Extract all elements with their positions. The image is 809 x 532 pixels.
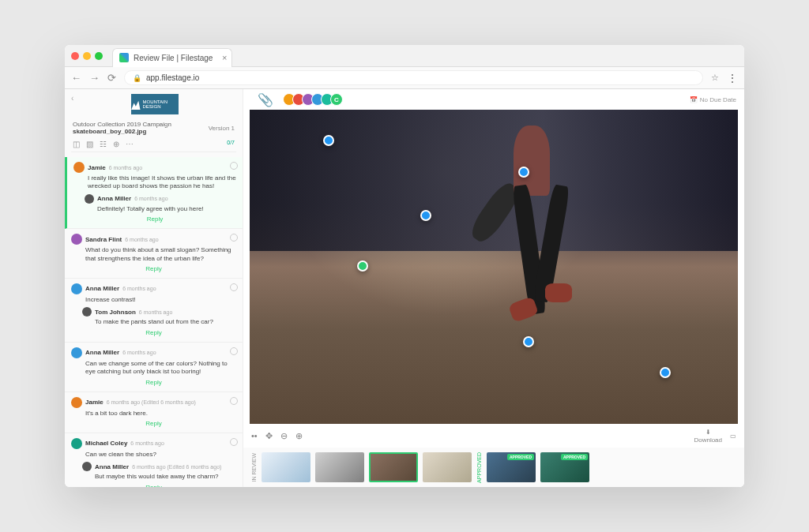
comment-item[interactable]: Anna Miller 6 months ago Can we change s… (65, 343, 243, 392)
comment-item[interactable]: Jamie 6 months ago I really like this im… (65, 157, 243, 229)
reply-body: Definitely! Totally agree with you here! (85, 205, 236, 213)
comment-count: 0/7 (227, 140, 235, 148)
avatar (71, 283, 82, 294)
status-circle-icon[interactable] (230, 234, 238, 242)
browser-menu-icon[interactable]: ⋮ (727, 72, 738, 84)
tool-icon-2[interactable]: ▧ (86, 140, 93, 148)
lock-icon: 🔒 (133, 74, 141, 82)
reply-button[interactable]: Reply (71, 377, 236, 388)
approved-badge: APPROVED (507, 454, 534, 460)
sidebar-toolbar: ◫ ▧ ☷ ⊕ ⋯ 0/7 (71, 137, 236, 152)
bookmark-icon[interactable]: ☆ (711, 73, 719, 83)
comment-item[interactable]: Michael Coley 6 months ago Can we clean … (65, 433, 243, 487)
campaign-name: Outdoor Collection 2019 Campaign (73, 121, 171, 128)
status-circle-icon[interactable] (230, 283, 238, 291)
reply-button[interactable]: Reply (71, 481, 236, 487)
comment-author: Sandra Flint (85, 236, 122, 243)
zoom-in-icon[interactable]: ⊕ (295, 431, 303, 441)
address-bar: ← → ⟳ 🔒 app.filestage.io ☆ ⋮ (65, 67, 744, 89)
avatar (71, 397, 82, 408)
main-toolbar: 📎 C 📅 No Due Date (243, 89, 744, 110)
comment-body: I really like this image! It shows the u… (73, 174, 236, 191)
reply-author: Anna Miller (97, 195, 131, 202)
attach-icon[interactable]: 📎 (251, 89, 280, 111)
comment-reply: Tom Johnson 6 months ago To make the pan… (71, 307, 236, 326)
comment-item[interactable]: Sandra Flint 6 months ago What do you th… (65, 229, 243, 279)
comment-body: Can we change some of the car colors? No… (71, 360, 236, 377)
avatar (73, 162, 85, 173)
url-field[interactable]: 🔒 app.filestage.io (124, 70, 703, 85)
thumbnail-active[interactable] (369, 452, 418, 482)
reply-time: 6 months ago (139, 309, 172, 315)
comment-time: 6 months ago (122, 286, 156, 291)
thumbnail[interactable] (423, 452, 472, 482)
comment-item[interactable]: Jamie 6 months ago (Edited 6 months ago)… (65, 392, 243, 433)
comment-body: Increase contrast! (71, 296, 236, 304)
comment-time: 6 months ago (Edited 6 months ago) (107, 399, 196, 405)
reply-button[interactable]: Reply (71, 263, 236, 275)
canvas-toolbar: •• ✥ ⊖ ⊕ ⬇Download ▭ (243, 424, 744, 448)
close-window-button[interactable] (71, 52, 79, 60)
avatar (82, 307, 92, 317)
annotation-marker-active[interactable] (357, 260, 368, 272)
avatar (71, 438, 82, 449)
browser-window: Review File | Filestage × ← → ⟳ 🔒 app.fi… (65, 45, 744, 487)
thumbnail[interactable]: APPROVED (540, 452, 589, 482)
comment-reply: Anna Miller 6 months ago (Edited 6 month… (71, 462, 236, 481)
tool-icon-3[interactable]: ☷ (100, 140, 107, 148)
chrome-tab-bar: Review File | Filestage × (65, 45, 744, 67)
comment-time: 6 months ago (109, 165, 142, 170)
due-date-button[interactable]: 📅 No Due Date (690, 96, 736, 103)
reviewer-more-badge[interactable]: C (330, 93, 343, 106)
forward-icon[interactable]: → (89, 72, 100, 84)
zoom-out-icon[interactable]: ⊖ (280, 431, 288, 441)
reply-button[interactable]: Reply (71, 327, 236, 339)
comment-body: It's a bit too dark here. (71, 410, 236, 418)
thumbnail[interactable] (315, 452, 364, 482)
tool-icon-4[interactable]: ⊕ (113, 140, 119, 148)
favicon-icon (119, 53, 129, 62)
annotation-marker[interactable] (323, 135, 334, 146)
annotation-marker[interactable] (518, 167, 529, 178)
move-tool-icon[interactable]: ✥ (265, 431, 273, 441)
review-status-label: IN REVIEW (251, 453, 257, 482)
back-icon[interactable]: ← (71, 72, 81, 84)
status-circle-icon[interactable] (230, 397, 238, 405)
brand-logo: MOUNTAIN DESIGN (131, 94, 179, 114)
fullscreen-icon[interactable]: ▭ (730, 433, 736, 440)
tab-title: Review File | Filestage (134, 54, 213, 62)
status-circle-icon[interactable] (230, 162, 238, 170)
version-selector[interactable]: Version 1 (209, 125, 235, 132)
thumbnail[interactable]: APPROVED (487, 452, 536, 482)
url-text: app.filestage.io (146, 73, 199, 82)
approved-status-label: APPROVED (476, 452, 482, 483)
sidebar: ‹ MOUNTAIN DESIGN Outdoor Collection 201… (65, 89, 243, 487)
reload-icon[interactable]: ⟳ (107, 72, 116, 84)
thumbnail[interactable] (262, 452, 310, 482)
annotation-marker[interactable] (523, 336, 534, 347)
status-circle-icon[interactable] (230, 347, 238, 355)
avatar (71, 347, 82, 358)
comment-time: 6 months ago (125, 237, 158, 242)
tool-icon-5[interactable]: ⋯ (126, 140, 134, 148)
reply-button[interactable]: Reply (73, 213, 236, 225)
reply-button[interactable]: Reply (71, 418, 236, 429)
reply-body: But maybe this would take away the charm… (82, 473, 236, 481)
reviewer-avatars[interactable]: C (283, 93, 340, 106)
comment-item[interactable]: Anna Miller 6 months ago Increase contra… (65, 279, 243, 343)
close-tab-icon[interactable]: × (222, 53, 227, 62)
comment-author: Anna Miller (85, 349, 119, 356)
download-icon: ⬇ (706, 429, 711, 436)
status-circle-icon[interactable] (230, 438, 238, 446)
traffic-lights (71, 52, 103, 60)
browser-tab[interactable]: Review File | Filestage × (112, 48, 232, 67)
image-canvas[interactable] (250, 110, 738, 424)
maximize-window-button[interactable] (95, 52, 103, 60)
minimize-window-button[interactable] (83, 52, 91, 60)
pointer-tool-icon[interactable]: •• (251, 431, 258, 440)
file-name: skateboard_boy_002.jpg (73, 128, 171, 135)
download-button[interactable]: ⬇Download (694, 429, 722, 444)
comment-author: Anna Miller (85, 285, 119, 292)
comment-reply: Anna Miller 6 months ago Definitely! Tot… (73, 194, 236, 213)
tool-icon-1[interactable]: ◫ (73, 140, 80, 148)
